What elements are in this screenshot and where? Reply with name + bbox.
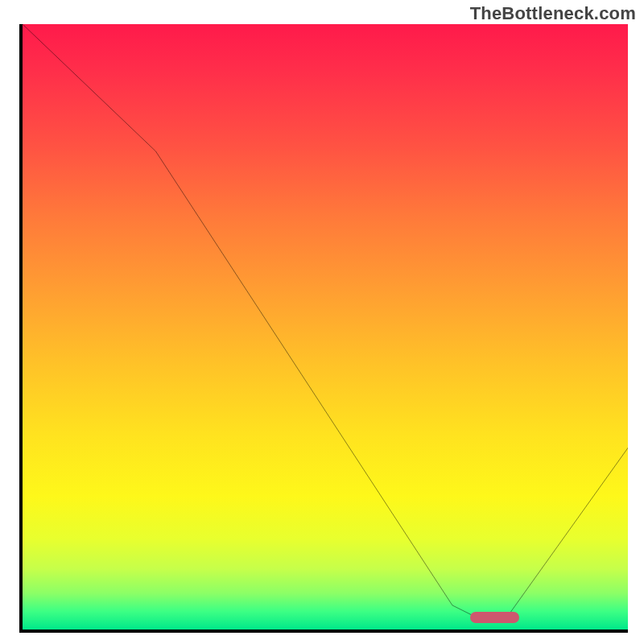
curve-path bbox=[23, 24, 628, 617]
chart-plot-area bbox=[19, 24, 628, 633]
attribution-label: TheBottleneck.com bbox=[470, 3, 636, 24]
bottleneck-curve bbox=[23, 24, 628, 630]
optimal-range-marker bbox=[470, 612, 518, 623]
